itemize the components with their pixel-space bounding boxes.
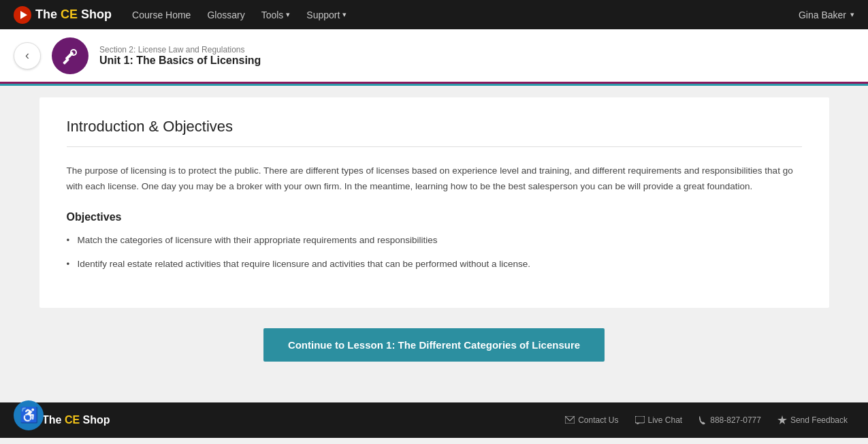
footer-links: Contact Us Live Chat 888-827-0777 Send F… <box>565 415 848 425</box>
breadcrumb-section: Section 2: License Law and Regulations <box>99 45 261 54</box>
envelope-icon <box>565 416 575 424</box>
svg-marker-10 <box>777 415 787 424</box>
list-item: Identify real estate related activities … <box>67 257 802 272</box>
main-content: Introduction & Objectives The purpose of… <box>0 84 868 389</box>
footer-contact-us[interactable]: Contact Us <box>565 415 618 425</box>
nav-glossary[interactable]: Glossary <box>207 10 244 20</box>
feedback-icon <box>777 415 787 425</box>
brand-name: The CE Shop <box>35 7 112 22</box>
svg-rect-9 <box>635 416 645 423</box>
card-divider <box>67 146 802 147</box>
user-menu[interactable]: Gina Baker <box>799 10 854 20</box>
objectives-list: Match the categories of licensure with t… <box>67 233 802 272</box>
nav-support-dropdown[interactable]: Support <box>306 10 347 20</box>
content-card: Introduction & Objectives The purpose of… <box>39 97 829 308</box>
breadcrumb-text: Section 2: License Law and Regulations U… <box>99 45 261 67</box>
gavel-icon <box>61 46 80 65</box>
top-navigation: The CE Shop Course Home Glossary Tools S… <box>0 0 868 29</box>
chat-icon <box>635 416 645 424</box>
brand-logo-area: The CE Shop <box>14 6 112 24</box>
objectives-heading: Objectives <box>67 211 802 223</box>
footer-phone[interactable]: 888-827-0777 <box>698 415 761 425</box>
breadcrumb-unit: Unit 1: The Basics of Licensing <box>99 54 261 67</box>
phone-icon <box>698 415 707 425</box>
brand-play-icon <box>14 6 31 24</box>
accessibility-button[interactable]: ♿ <box>14 400 44 430</box>
list-item: Match the categories of licensure with t… <box>67 233 802 249</box>
footer-brand-name: The CE Shop <box>42 414 110 426</box>
nav-tools-dropdown[interactable]: Tools <box>261 10 291 20</box>
back-button[interactable]: ‹ <box>14 42 41 69</box>
section-icon <box>52 37 89 74</box>
footer-feedback[interactable]: Send Feedback <box>777 415 848 425</box>
cta-section: Continue to Lesson 1: The Different Cate… <box>27 328 841 362</box>
card-title: Introduction & Objectives <box>67 118 802 136</box>
footer: The CE Shop Contact Us Live Chat 888-827… <box>0 402 868 438</box>
footer-live-chat[interactable]: Live Chat <box>635 415 683 425</box>
continue-button[interactable]: Continue to Lesson 1: The Different Cate… <box>263 328 605 362</box>
nav-left: The CE Shop Course Home Glossary Tools S… <box>14 6 347 24</box>
breadcrumb-bar: ‹ Section 2: License Law and Regulations… <box>0 29 868 84</box>
card-intro: The purpose of licensing is to protect t… <box>67 163 802 195</box>
nav-links: Course Home Glossary Tools Support <box>132 10 347 20</box>
nav-course-home[interactable]: Course Home <box>132 10 191 20</box>
